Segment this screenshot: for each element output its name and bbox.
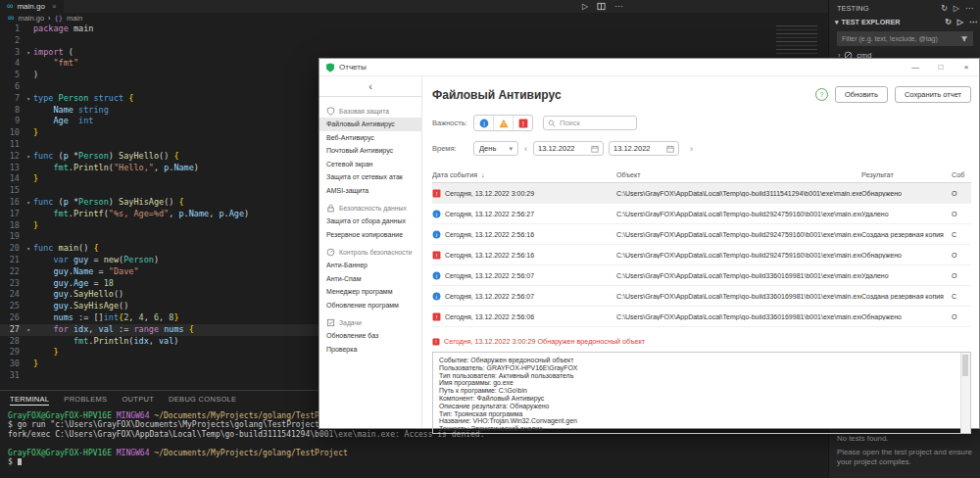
sidebar-group-gauge: Контроль безопасности: [319, 246, 421, 259]
save-report-button[interactable]: Сохранить отчет: [895, 86, 971, 103]
run-all-tests-icon[interactable]: ▷: [954, 4, 959, 13]
run-tests-icon[interactable]: ▷: [957, 18, 963, 26]
sidebar-item[interactable]: Веб-Антивирус: [319, 131, 421, 145]
code-text: nums := []int{2, 4, 6, 8}: [33, 312, 179, 324]
column-header[interactable]: Соб: [952, 170, 971, 179]
minimap[interactable]: [776, 25, 817, 57]
fold-icon[interactable]: ▾: [24, 151, 33, 163]
fold-icon: [24, 358, 33, 370]
report-main: Файловый Антивирус ? Обновить Сохранить …: [422, 76, 979, 428]
code-text: func (p *Person) SayHisAge() {: [33, 197, 184, 209]
code-line[interactable]: 3▾import (: [0, 47, 828, 59]
sidebar-item[interactable]: Защита от сетевых атак: [319, 170, 421, 184]
code-text: }: [33, 347, 59, 358]
svg-text:i: i: [436, 211, 437, 216]
table-row[interactable]: !Сегодня, 13.12.2022 3:00:29C:\Users\Gra…: [432, 183, 971, 204]
refresh-report-button[interactable]: Обновить: [835, 86, 888, 103]
minimize-button[interactable]: —: [903, 59, 928, 75]
fold-icon[interactable]: ▾: [24, 243, 33, 255]
more-icon[interactable]: ⋯: [969, 18, 977, 26]
code-line[interactable]: 2: [0, 35, 828, 47]
event-details-box[interactable]: Событие: Обнаружен вредоносный объектПол…: [432, 352, 971, 434]
test-explorer-section[interactable]: ▾ TEST EXPLORER ↻ ▷ ⋯: [829, 16, 980, 28]
detail-line: Компонент: Файловый Антивирус: [439, 395, 956, 403]
severity-filter-critical[interactable]: !: [514, 116, 532, 130]
line-number: 9: [0, 116, 24, 127]
sidebar-item[interactable]: Обновление программ: [319, 299, 421, 312]
tab-problems[interactable]: PROBLEMS: [64, 395, 107, 406]
column-header[interactable]: Дата события↓: [432, 170, 616, 179]
symbol-namespace-icon: {}: [54, 15, 62, 23]
sidebar-item[interactable]: Сетевой экран: [319, 158, 421, 171]
period-select[interactable]: День ▾: [473, 141, 518, 156]
refresh-tests-icon[interactable]: ↻: [945, 18, 952, 26]
date-to-input[interactable]: 13.12.2022: [609, 141, 679, 156]
sidebar-item[interactable]: Обновление баз: [319, 329, 421, 343]
prev-period-button[interactable]: ‹: [524, 144, 527, 154]
info-icon: i: [432, 230, 441, 239]
sidebar-item[interactable]: Защита от сбора данных: [319, 215, 421, 228]
event-extra-cell: О: [952, 211, 971, 217]
sort-down-icon[interactable]: ↓: [481, 171, 485, 178]
sidebar-group-label: Контроль безопасности: [339, 249, 412, 256]
line-number: 25: [0, 301, 24, 312]
table-row[interactable]: iСегодня, 13.12.2022 2:56:07C:\Users\Gra…: [432, 286, 971, 307]
event-extra-cell: С: [952, 231, 971, 238]
scrollbar[interactable]: [960, 353, 970, 433]
sidebar-item[interactable]: Проверка: [319, 343, 421, 357]
event-extra-cell: О: [952, 313, 971, 320]
close-button[interactable]: ×: [954, 59, 979, 75]
more-actions-icon[interactable]: ⋯: [614, 2, 622, 11]
scrollbar-thumb[interactable]: [962, 355, 968, 376]
sidebar-item[interactable]: Анти-Спам: [319, 272, 421, 286]
sidebar-item[interactable]: Менеджер программ: [319, 285, 421, 299]
table-row[interactable]: iСегодня, 13.12.2022 2:56:07C:\Users\Gra…: [432, 265, 971, 286]
window-titlebar[interactable]: Отчеты — □ ×: [319, 59, 979, 76]
tab-main-go[interactable]: ∞ main.go ×: [0, 0, 65, 13]
sidebar-item[interactable]: Файловый Антивирус: [319, 118, 421, 131]
severity-filter-warning[interactable]: !: [494, 116, 514, 130]
tab-close-icon[interactable]: ×: [52, 2, 57, 11]
split-editor-icon[interactable]: [597, 2, 606, 11]
sidebar-item[interactable]: Резервное копирование: [319, 228, 421, 242]
test-filter-input[interactable]: Filter (e.g. text, !exclude, @tag): [837, 31, 973, 46]
fold-icon[interactable]: ▾: [24, 47, 33, 59]
breadcrumb-file[interactable]: main.go: [18, 14, 44, 23]
table-row[interactable]: !Сегодня, 13.12.2022 2:56:16C:\Users\Gra…: [432, 245, 971, 265]
table-row[interactable]: iСегодня, 13.12.2022 2:56:27C:\Users\Gra…: [432, 204, 971, 224]
tab-output[interactable]: OUTPUT: [122, 395, 154, 406]
filter-funnel-icon[interactable]: [960, 35, 968, 43]
date-from-input[interactable]: 13.12.2022: [533, 141, 604, 156]
fold-icon[interactable]: ▾: [24, 197, 33, 209]
tab-debug-console[interactable]: DEBUG CONSOLE: [169, 395, 236, 406]
sidebar-item[interactable]: Анти-Баннер: [319, 259, 421, 272]
table-row[interactable]: !Сегодня, 13.12.2022 2:56:06C:\Users\Gra…: [432, 307, 971, 327]
terminal-cursor: [18, 458, 22, 465]
maximize-button[interactable]: □: [928, 59, 954, 75]
next-period-button[interactable]: ›: [690, 144, 693, 154]
line-number: 27: [0, 324, 24, 336]
sidebar-item[interactable]: AMSI-защита: [319, 184, 421, 198]
tab-terminal[interactable]: TERMINAL: [10, 395, 49, 406]
column-header[interactable]: Результат: [861, 170, 952, 179]
back-button[interactable]: ‹: [319, 76, 421, 97]
search-input[interactable]: Поиск: [543, 116, 637, 130]
line-number: 18: [0, 220, 24, 232]
table-header[interactable]: Дата события↓ОбъектРезультатСоб: [432, 167, 971, 183]
severity-filter-info[interactable]: i: [474, 116, 494, 130]
fold-icon[interactable]: ▾: [24, 93, 33, 105]
column-header[interactable]: Объект: [616, 170, 861, 179]
refresh-tests-icon[interactable]: ↻: [941, 4, 948, 13]
table-row[interactable]: iСегодня, 13.12.2022 2:56:16C:\Users\Gra…: [432, 224, 971, 245]
breadcrumb-symbol[interactable]: main: [67, 14, 82, 23]
more-icon[interactable]: ⋯: [965, 4, 973, 13]
detail-line: Название: VHO:Trojan.Win32.Convagent.gen: [439, 417, 956, 425]
code-text: guy.SayHello(): [33, 289, 123, 301]
sidebar-item[interactable]: Почтовый Антивирус: [319, 144, 421, 158]
code-line[interactable]: 1package main: [0, 24, 828, 35]
fold-icon[interactable]: ▾: [24, 324, 33, 336]
fold-icon: [24, 185, 33, 197]
breadcrumb[interactable]: ∞ main.go › {} main: [0, 13, 836, 24]
help-icon[interactable]: ?: [815, 88, 828, 101]
run-button[interactable]: ▷: [582, 2, 588, 11]
